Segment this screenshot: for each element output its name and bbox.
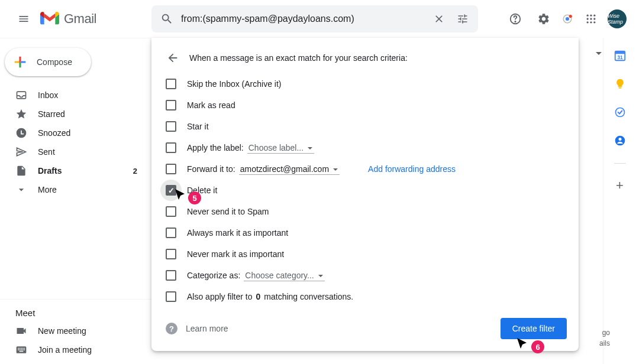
panel-divider — [614, 163, 626, 164]
gmail-logo-text: Gmail — [64, 11, 96, 27]
meet-new-meeting[interactable]: New meeting — [0, 321, 144, 340]
nav-snoozed[interactable]: Snoozed — [0, 124, 144, 142]
header-actions: Wise Stamp — [503, 7, 627, 31]
meet-header: Meet — [0, 308, 151, 321]
account-avatar[interactable]: Wise Stamp — [608, 9, 627, 28]
checkbox-apply-label[interactable] — [166, 142, 176, 153]
checkbox-mark-read[interactable] — [166, 100, 176, 110]
search-icon[interactable] — [155, 7, 179, 31]
svg-rect-18 — [618, 87, 621, 89]
content-area: goails When a message is an exact match … — [151, 38, 603, 364]
svg-rect-16 — [615, 51, 625, 54]
checkbox-skip-inbox[interactable] — [166, 79, 176, 89]
compose-plus-icon — [12, 54, 28, 70]
checkbox-star-it[interactable] — [166, 121, 176, 132]
checkbox-also-apply[interactable] — [166, 291, 176, 302]
tasks-app-icon[interactable] — [612, 104, 628, 121]
compose-button[interactable]: Compose — [5, 48, 91, 76]
meet-join-meeting[interactable]: Join a meeting — [0, 340, 144, 359]
contacts-app-icon[interactable] — [612, 132, 628, 149]
filter-panel: When a message is an exact match for you… — [151, 38, 579, 351]
svg-point-11 — [587, 21, 589, 23]
option-star-it: Star it — [163, 116, 567, 137]
keyboard-icon — [15, 344, 27, 356]
chevron-down-icon — [15, 184, 27, 196]
compose-label: Compose — [37, 57, 72, 67]
svg-point-21 — [618, 138, 621, 141]
extension-icon[interactable] — [560, 12, 574, 26]
search-input[interactable] — [179, 14, 427, 24]
nav-sent[interactable]: Sent — [0, 142, 144, 161]
settings-icon[interactable] — [532, 7, 556, 31]
svg-text:31: 31 — [617, 55, 623, 60]
label-dropdown[interactable]: Choose label... — [247, 142, 314, 154]
checkbox-categorize[interactable] — [166, 270, 176, 281]
gmail-logo-area[interactable]: Gmail — [40, 11, 147, 27]
sort-dropdown-icon[interactable] — [596, 52, 602, 58]
help-icon[interactable]: ? — [166, 323, 177, 334]
search-bar — [151, 5, 478, 32]
option-never-important: Never mark it as important — [163, 243, 567, 265]
option-also-apply: Also apply filter to 0 matching conversa… — [163, 286, 567, 307]
svg-point-8 — [587, 18, 589, 20]
keep-app-icon[interactable] — [612, 76, 628, 92]
svg-point-12 — [590, 21, 592, 23]
svg-point-5 — [587, 15, 589, 17]
video-icon — [15, 325, 27, 337]
option-skip-inbox: Skip the Inbox (Archive it) — [163, 73, 567, 95]
option-categorize: Categorize as: Choose category... — [163, 265, 567, 286]
file-icon — [15, 165, 27, 177]
svg-point-3 — [566, 17, 569, 21]
nav-starred[interactable]: Starred — [0, 105, 144, 124]
behind-text-fragment: goails — [599, 327, 610, 349]
option-never-spam: Never send it to Spam — [163, 201, 567, 222]
annotation-badge-6: 6 — [531, 340, 544, 353]
get-addons-icon[interactable]: + — [616, 178, 624, 193]
apps-icon[interactable] — [579, 7, 603, 31]
filter-title: When a message is an exact match for you… — [189, 53, 408, 63]
calendar-app-icon[interactable]: 31 — [612, 47, 628, 64]
side-panel: 31 + — [603, 38, 636, 364]
star-icon — [15, 108, 27, 120]
header: Gmail Wise Stamp — [0, 0, 636, 38]
nav-inbox[interactable]: Inbox — [0, 86, 144, 105]
svg-point-1 — [515, 21, 515, 22]
option-always-important: Always mark it as important — [163, 222, 567, 243]
send-icon — [15, 146, 27, 158]
checkbox-always-important[interactable] — [166, 228, 176, 238]
checkbox-never-important[interactable] — [166, 249, 176, 259]
inbox-icon — [15, 89, 27, 101]
meet-section: Meet New meeting Join a meeting — [0, 299, 151, 364]
checkbox-delete-it[interactable] — [166, 185, 176, 196]
svg-point-7 — [593, 15, 595, 17]
nav-more[interactable]: More — [0, 180, 144, 199]
svg-point-9 — [590, 18, 592, 20]
checkbox-never-spam[interactable] — [166, 206, 176, 217]
svg-point-6 — [590, 15, 592, 17]
option-forward: Forward it to: amotzdirect@gmail.comAdd … — [163, 158, 567, 180]
add-forwarding-link[interactable]: Add forwarding address — [368, 164, 456, 174]
search-options-icon[interactable] — [451, 7, 474, 31]
nav-drafts[interactable]: Drafts2 — [0, 161, 144, 180]
back-icon[interactable] — [166, 51, 180, 65]
learn-more-link[interactable]: Learn more — [186, 324, 228, 333]
nav-list: Inbox Starred Snoozed Sent Drafts2 More — [0, 86, 151, 199]
clear-search-icon[interactable] — [427, 7, 451, 31]
category-dropdown[interactable]: Choose category... — [244, 270, 324, 281]
create-filter-button[interactable]: Create filter — [501, 318, 567, 339]
option-mark-read: Mark as read — [163, 95, 567, 116]
support-icon[interactable] — [503, 7, 527, 31]
option-apply-label: Apply the label: Choose label... — [163, 137, 567, 158]
option-delete-it: Delete it — [163, 180, 567, 201]
gmail-logo-icon — [40, 12, 59, 26]
clock-icon — [15, 127, 27, 139]
checkbox-forward[interactable] — [166, 164, 176, 174]
main-menu-button[interactable] — [9, 5, 38, 33]
svg-point-13 — [593, 21, 595, 23]
svg-point-4 — [569, 15, 572, 18]
svg-point-10 — [593, 18, 595, 20]
forward-dropdown[interactable]: amotzdirect@gmail.com — [239, 164, 340, 175]
sidebar: Compose Inbox Starred Snoozed Sent Draft… — [0, 38, 151, 364]
